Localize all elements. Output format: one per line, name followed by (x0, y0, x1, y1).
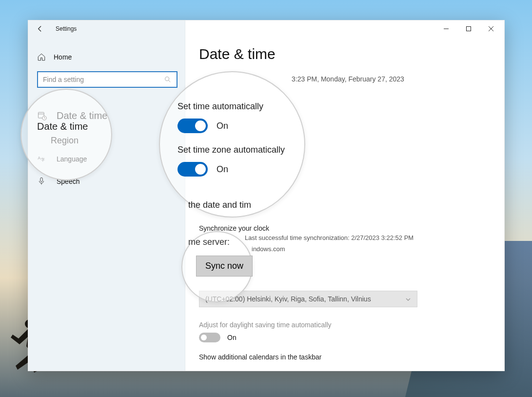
svg-rect-11 (467, 27, 471, 31)
sidebar-item-language[interactable]: A字 Language (37, 148, 179, 170)
sync-now-button[interactable]: Sync now (196, 256, 253, 277)
home-icon (37, 53, 46, 61)
titlebar-right (185, 20, 504, 37)
sidebar: Settings Home Date & ti (28, 20, 185, 371)
magnified-set-tz-auto-state: On (217, 164, 228, 175)
search-icon (164, 76, 172, 83)
sidebar-home[interactable]: Home (37, 46, 179, 68)
sidebar-item-speech[interactable]: Speech (37, 170, 179, 193)
back-button[interactable] (35, 24, 45, 34)
titlebar-left: Settings (28, 20, 185, 37)
sync-last: Last successful time synchronization: 2/… (245, 234, 491, 241)
magnified-set-time-auto-toggle[interactable] (177, 119, 208, 133)
page-title: Date & time (199, 46, 491, 62)
dst-label: Adjust for daylight saving time automati… (199, 321, 491, 329)
additional-calendars-label: Show additional calendars in the taskbar (199, 353, 491, 361)
magnified-set-time-auto-state: On (217, 121, 228, 131)
close-button[interactable] (481, 21, 501, 36)
svg-line-2 (169, 80, 170, 82)
magnified-manual-label: the date and tim (188, 200, 251, 210)
current-date-value: 3:23 PM, Monday, February 27, 2023 (292, 75, 491, 83)
window-title: Settings (56, 25, 77, 32)
main-pane: Date & time Current date and time 3:23 P… (185, 20, 504, 371)
svg-text:A: A (38, 156, 41, 160)
magnified-toggle-block: Set time automatically On Set time zone … (177, 101, 304, 177)
sidebar-item-label: Date & time (57, 110, 107, 121)
microphone-icon (37, 177, 47, 186)
svg-point-1 (165, 77, 169, 81)
sync-server-partial: indows.com (252, 245, 491, 253)
search-box[interactable] (37, 71, 177, 88)
magnified-server-label: me server: (188, 237, 230, 247)
dst-toggle-state: On (227, 334, 236, 341)
minimize-button[interactable] (436, 21, 456, 36)
language-icon: A字 (37, 154, 47, 164)
dst-toggle-row: On (199, 333, 491, 342)
sidebar-item-label: Language (57, 155, 87, 163)
sidebar-home-label: Home (54, 53, 72, 61)
dst-toggle[interactable] (199, 333, 220, 342)
calendar-clock-icon (37, 111, 47, 120)
magnified-date-time-label: Date & time (37, 121, 88, 132)
sync-heading: Synchronize your clock (199, 224, 491, 232)
svg-rect-8 (40, 178, 43, 181)
search-input[interactable] (43, 76, 164, 83)
settings-window: Settings Home Date & ti (28, 20, 505, 371)
magnified-set-tz-auto-label: Set time zone automatically (177, 145, 304, 155)
maximize-button[interactable] (458, 21, 479, 36)
sidebar-item-label: Speech (57, 178, 79, 185)
magnified-set-time-auto-label: Set time automatically (177, 101, 304, 112)
chevron-down-icon (405, 296, 411, 302)
timezone-value: (UTC+02:00) Helsinki, Kyiv, Riga, Sofia,… (205, 295, 371, 303)
magnified-set-tz-auto-toggle[interactable] (177, 162, 208, 177)
svg-text:字: 字 (41, 158, 45, 162)
timezone-dropdown[interactable]: (UTC+02:00) Helsinki, Kyiv, Riga, Sofia,… (199, 291, 417, 307)
sidebar-item-label: Region (51, 136, 79, 145)
